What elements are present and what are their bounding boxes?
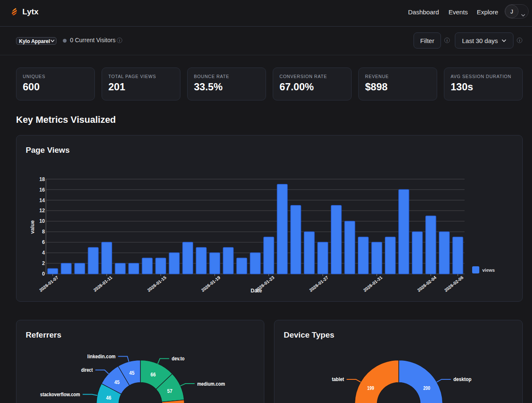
- svg-text:12: 12: [39, 208, 45, 214]
- svg-text:dev.to: dev.to: [172, 355, 185, 362]
- svg-text:2026-02-04: 2026-02-04: [416, 275, 437, 293]
- svg-text:2026-02-06: 2026-02-06: [443, 275, 465, 293]
- svg-text:stackoverflow.com: stackoverflow.com: [40, 391, 80, 398]
- svg-text:views: views: [482, 268, 495, 273]
- svg-text:direct: direct: [81, 367, 93, 373]
- svg-text:medium.com: medium.com: [197, 381, 225, 387]
- svg-text:desktop: desktop: [453, 376, 471, 382]
- svg-text:2026-01-11: 2026-01-11: [92, 275, 113, 292]
- svg-text:200: 200: [423, 385, 430, 391]
- svg-text:45: 45: [114, 379, 120, 385]
- svg-text:66: 66: [150, 372, 156, 378]
- svg-text:2: 2: [42, 260, 45, 266]
- svg-text:18: 18: [39, 176, 45, 182]
- svg-text:45: 45: [129, 370, 135, 376]
- svg-text:2026-01-07: 2026-01-07: [38, 275, 59, 293]
- svg-text:8: 8: [42, 229, 45, 235]
- svg-text:tablet: tablet: [332, 376, 344, 382]
- svg-text:6: 6: [42, 239, 45, 245]
- svg-text:14: 14: [39, 197, 45, 203]
- svg-text:linkedin.com: linkedin.com: [87, 353, 116, 360]
- svg-text:Date: Date: [250, 288, 262, 294]
- svg-text:2026-01-15: 2026-01-15: [146, 275, 167, 293]
- svg-text:46: 46: [106, 395, 112, 401]
- svg-text:value: value: [30, 220, 35, 234]
- svg-text:2026-01-31: 2026-01-31: [362, 275, 383, 293]
- svg-text:2026-01-19: 2026-01-19: [200, 275, 221, 293]
- svg-text:199: 199: [367, 385, 374, 391]
- svg-text:4: 4: [42, 250, 45, 256]
- svg-text:57: 57: [167, 388, 173, 394]
- svg-text:0: 0: [42, 271, 45, 277]
- svg-text:2026-01-27: 2026-01-27: [308, 275, 329, 293]
- svg-text:16: 16: [39, 187, 45, 193]
- svg-text:10: 10: [39, 218, 45, 224]
